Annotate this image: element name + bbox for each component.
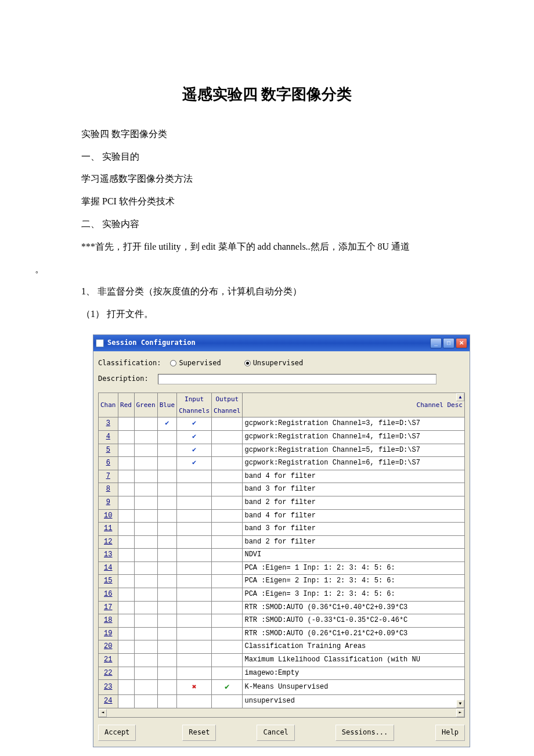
red-cell[interactable] <box>118 470 134 483</box>
output-cell[interactable] <box>212 444 243 457</box>
unsupervised-radio[interactable] <box>244 360 251 366</box>
channel-number-cell[interactable]: 10 <box>99 509 118 523</box>
channel-number-cell[interactable]: 6 <box>99 457 118 470</box>
maximize-button[interactable]: □ <box>443 338 454 348</box>
green-cell[interactable] <box>134 680 157 695</box>
blue-cell[interactable] <box>157 470 177 483</box>
input-cell[interactable] <box>177 523 212 536</box>
red-cell[interactable] <box>118 483 134 496</box>
input-cell[interactable] <box>177 535 212 549</box>
input-cell[interactable] <box>177 654 212 667</box>
blue-cell[interactable] <box>157 601 177 614</box>
blue-cell[interactable] <box>157 588 177 602</box>
output-cell[interactable] <box>212 535 243 549</box>
blue-cell[interactable] <box>157 523 177 536</box>
channel-number-cell[interactable]: 16 <box>99 588 118 602</box>
output-cell[interactable] <box>212 627 243 640</box>
output-cell[interactable] <box>212 496 243 509</box>
blue-cell[interactable]: ✔ <box>157 417 177 431</box>
blue-cell[interactable] <box>157 614 177 628</box>
blue-cell[interactable] <box>157 654 177 667</box>
channel-number-cell[interactable]: 14 <box>99 561 118 575</box>
minimize-button[interactable]: _ <box>430 338 442 348</box>
blue-cell[interactable] <box>157 549 177 562</box>
green-cell[interactable] <box>134 588 157 602</box>
red-cell[interactable] <box>118 588 134 602</box>
output-cell[interactable] <box>212 457 243 470</box>
input-cell[interactable] <box>177 588 212 602</box>
output-cell[interactable] <box>212 601 243 614</box>
green-cell[interactable] <box>134 667 157 680</box>
input-cell[interactable] <box>177 470 212 483</box>
input-cell[interactable] <box>177 561 212 575</box>
green-cell[interactable] <box>134 549 157 562</box>
accept-button[interactable]: Accept <box>98 725 136 741</box>
blue-cell[interactable] <box>157 695 177 708</box>
red-cell[interactable] <box>118 535 134 549</box>
col-blue[interactable]: Blue <box>157 393 177 417</box>
cancel-button[interactable]: Cancel <box>257 725 294 741</box>
red-cell[interactable] <box>118 695 134 708</box>
green-cell[interactable] <box>134 457 157 470</box>
input-cell[interactable] <box>177 509 212 523</box>
output-cell[interactable] <box>212 654 243 667</box>
green-cell[interactable] <box>134 640 157 654</box>
blue-cell[interactable] <box>157 535 177 549</box>
green-cell[interactable] <box>134 575 157 588</box>
green-cell[interactable] <box>134 496 157 509</box>
output-cell[interactable] <box>212 588 243 602</box>
reset-button[interactable]: Reset <box>182 725 216 741</box>
input-cell[interactable]: ✔ <box>177 417 212 431</box>
channel-number-cell[interactable]: 11 <box>99 523 118 536</box>
channel-number-cell[interactable]: 15 <box>99 575 118 588</box>
channel-number-cell[interactable]: 19 <box>99 627 118 640</box>
red-cell[interactable] <box>118 601 134 614</box>
scroll-left-button[interactable]: ◄ <box>99 709 107 717</box>
blue-cell[interactable] <box>157 667 177 680</box>
red-cell[interactable] <box>118 417 134 431</box>
close-button[interactable]: ✕ <box>456 338 467 348</box>
green-cell[interactable] <box>134 509 157 523</box>
channel-number-cell[interactable]: 20 <box>99 640 118 654</box>
green-cell[interactable] <box>134 470 157 483</box>
green-cell[interactable] <box>134 695 157 708</box>
output-cell[interactable] <box>212 575 243 588</box>
output-cell[interactable] <box>212 614 243 628</box>
scroll-down-button[interactable]: ▼ <box>456 700 464 708</box>
input-cell[interactable] <box>177 640 212 654</box>
blue-cell[interactable] <box>157 444 177 457</box>
channel-number-cell[interactable]: 13 <box>99 549 118 562</box>
blue-cell[interactable] <box>157 680 177 695</box>
blue-cell[interactable] <box>157 575 177 588</box>
red-cell[interactable] <box>118 667 134 680</box>
green-cell[interactable] <box>134 535 157 549</box>
red-cell[interactable] <box>118 549 134 562</box>
input-cell[interactable]: ✔ <box>177 457 212 470</box>
blue-cell[interactable] <box>157 561 177 575</box>
output-cell[interactable] <box>212 549 243 562</box>
input-cell[interactable] <box>177 627 212 640</box>
channel-number-cell[interactable]: 12 <box>99 535 118 549</box>
horizontal-scrollbar[interactable]: ◄ ► <box>98 708 465 718</box>
green-cell[interactable] <box>134 417 157 431</box>
col-chan[interactable]: Chan <box>99 393 118 417</box>
input-cell[interactable] <box>177 483 212 496</box>
green-cell[interactable] <box>134 654 157 667</box>
red-cell[interactable] <box>118 457 134 470</box>
channel-number-cell[interactable]: 18 <box>99 614 118 628</box>
help-button[interactable]: Help <box>435 725 465 741</box>
output-cell[interactable] <box>212 417 243 431</box>
col-red[interactable]: Red <box>118 393 134 417</box>
output-cell[interactable] <box>212 470 243 483</box>
blue-cell[interactable] <box>157 640 177 654</box>
blue-cell[interactable] <box>157 483 177 496</box>
input-cell[interactable] <box>177 575 212 588</box>
green-cell[interactable] <box>134 561 157 575</box>
output-cell[interactable] <box>212 430 243 444</box>
input-cell[interactable] <box>177 695 212 708</box>
blue-cell[interactable] <box>157 496 177 509</box>
green-cell[interactable] <box>134 614 157 628</box>
supervised-radio[interactable] <box>170 360 176 366</box>
channel-number-cell[interactable]: 5 <box>99 444 118 457</box>
description-input[interactable] <box>158 374 436 384</box>
